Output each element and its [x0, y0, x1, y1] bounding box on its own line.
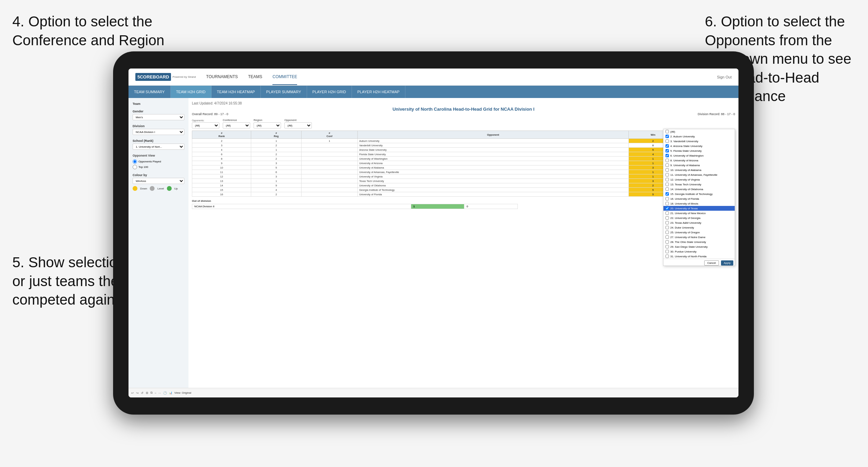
dropdown-item[interactable]: 28. The Ohio State University — [663, 239, 735, 244]
radio-opponents-played-label: Opponents Played — [138, 160, 161, 163]
dropdown-checkbox[interactable] — [665, 240, 669, 244]
dropdown-item[interactable]: 14. University of Oklahoma — [663, 187, 735, 192]
cell-opponent: University of Arizona — [358, 161, 628, 165]
subnav-team-h2h-heatmap[interactable]: TEAM H2H HEATMAP — [211, 86, 261, 98]
cancel-button[interactable]: Cancel — [704, 260, 719, 266]
dropdown-item[interactable]: 20. University of Texas — [663, 206, 735, 211]
toolbar-copy[interactable]: ⧉ — [150, 391, 152, 395]
dropdown-item[interactable]: 23. Texas A&M University — [663, 220, 735, 225]
toolbar-redo[interactable]: ↪ — [136, 391, 139, 395]
dropdown-checkbox[interactable] — [665, 211, 669, 215]
radio-top-100[interactable]: Top 100 — [133, 165, 184, 169]
dropdown-checkbox[interactable] — [665, 163, 669, 167]
division-select[interactable]: NCAA Division I — [133, 129, 184, 135]
toolbar-dots[interactable]: ··· — [158, 391, 161, 395]
dropdown-checkbox[interactable] — [665, 221, 669, 224]
radio-top-100-input[interactable] — [133, 165, 137, 169]
dropdown-item-label: 3. Vanderbilt University — [670, 140, 698, 143]
dropdown-item[interactable]: 2. Auburn University — [663, 134, 735, 139]
opponent-dropdown-panel[interactable]: (All)2. Auburn University3. Vanderbilt U… — [663, 129, 735, 266]
subnav-player-summary[interactable]: PLAYER SUMMARY — [261, 86, 307, 98]
dropdown-checkbox[interactable] — [665, 231, 669, 234]
dropdown-item[interactable]: 18. University of Illinois — [663, 201, 735, 206]
dropdown-checkbox[interactable] — [665, 135, 669, 138]
colour-by-select[interactable]: Win/loss — [133, 178, 184, 184]
dropdown-checkbox[interactable] — [665, 235, 669, 239]
dropdown-item-label: 9. University of Alabama — [670, 164, 700, 167]
dropdown-checkbox[interactable] — [665, 159, 669, 162]
th-rank: #Rank — [192, 131, 251, 139]
school-select[interactable]: 1. University of Nort... — [133, 144, 184, 150]
dropdown-item[interactable]: 15. Georgia Institute of Technology — [663, 192, 735, 196]
dropdown-item[interactable]: 29. San Diego State University — [663, 244, 735, 249]
dropdown-item[interactable]: 6. University of Washington — [663, 153, 735, 158]
dropdown-checkbox[interactable] — [665, 202, 669, 205]
nav-tournaments[interactable]: TOURNAMENTS — [206, 69, 238, 85]
dropdown-item[interactable]: 4. Arizona State University — [663, 144, 735, 148]
cell-reg: 9 — [251, 183, 301, 188]
dropdown-checkbox[interactable] — [665, 197, 669, 200]
table-row: 12 3 University of Virginia 1 0 — [192, 174, 735, 179]
gender-select[interactable]: Men's — [133, 114, 184, 120]
conference-filter-select[interactable]: (All) — [223, 122, 250, 128]
dropdown-item[interactable]: 5. Florida State University — [663, 148, 735, 153]
toolbar-clock[interactable]: 🕐 — [163, 391, 167, 395]
dropdown-checkbox[interactable] — [665, 130, 669, 133]
radio-opponents-played[interactable]: Opponents Played — [133, 159, 184, 164]
dropdown-checkbox[interactable] — [665, 187, 669, 191]
dropdown-checkbox[interactable] — [665, 245, 669, 248]
dropdown-checkbox[interactable] — [665, 178, 669, 181]
dropdown-checkbox[interactable] — [665, 154, 669, 157]
th-reg: #Reg — [251, 131, 301, 139]
dropdown-item[interactable]: 25. University of Oregon — [663, 230, 735, 235]
table-row: 10 5 University of Alabama 3 0 — [192, 165, 735, 170]
nav-teams[interactable]: TEAMS — [248, 69, 262, 85]
dropdown-item[interactable]: 31. University of North Florida — [663, 254, 735, 259]
toolbar-undo[interactable]: ↩ — [131, 391, 134, 395]
cell-conf — [301, 170, 358, 174]
cell-reg: 1 — [251, 139, 301, 143]
dropdown-item[interactable]: 9. University of Alabama — [663, 163, 735, 168]
dropdown-checkbox[interactable] — [665, 207, 669, 210]
dropdown-checkbox[interactable] — [665, 226, 669, 229]
nav-committee[interactable]: COMMITTEE — [272, 69, 297, 85]
subnav-player-h2h-grid[interactable]: PLAYER H2H GRID — [307, 86, 352, 98]
dropdown-item[interactable]: 11. University of Arkansas, Fayetteville — [663, 172, 735, 177]
apply-button[interactable]: Apply — [721, 260, 733, 266]
dropdown-checkbox[interactable] — [665, 173, 669, 176]
dropdown-checkbox[interactable] — [665, 192, 669, 196]
subnav-team-h2h-grid[interactable]: TEAM H2H GRID — [171, 86, 211, 98]
dropdown-checkbox[interactable] — [665, 255, 669, 258]
dropdown-item[interactable]: 21. University of New Mexico — [663, 211, 735, 216]
dropdown-checkbox[interactable] — [665, 168, 669, 172]
dropdown-item[interactable]: 16. University of Florida — [663, 196, 735, 201]
dropdown-item[interactable]: 3. Vanderbilt University — [663, 139, 735, 144]
dropdown-item[interactable]: 24. Duke University — [663, 225, 735, 230]
dropdown-item[interactable]: 10. University of Alabama — [663, 168, 735, 172]
dropdown-checkbox[interactable] — [665, 183, 669, 186]
dropdown-item[interactable]: (All) — [663, 129, 735, 134]
dropdown-item[interactable]: 13. Texas Tech University — [663, 182, 735, 187]
radio-opponents-played-input[interactable] — [133, 159, 137, 164]
dropdown-checkbox[interactable] — [665, 216, 669, 220]
dropdown-item[interactable]: 30. Purdue University — [663, 249, 735, 254]
dropdown-checkbox[interactable] — [665, 250, 669, 253]
toolbar-settings[interactable]: ⚙ — [146, 391, 148, 395]
region-filter-select[interactable]: (All) — [254, 122, 281, 128]
dropdown-item[interactable]: 27. University of Notre Dame — [663, 235, 735, 239]
dropdown-item[interactable]: 12. University of Virginia — [663, 177, 735, 182]
dropdown-checkbox[interactable] — [665, 149, 669, 152]
toolbar-minus[interactable]: − — [155, 391, 156, 395]
subnav-team-summary[interactable]: TEAM SUMMARY — [129, 86, 171, 98]
opponents-filter-select[interactable]: (All) — [192, 122, 219, 128]
dropdown-checkbox[interactable] — [665, 144, 669, 148]
subnav-player-h2h-heatmap[interactable]: PLAYER H2H HEATMAP — [352, 86, 405, 98]
toolbar-refresh[interactable]: ↺ — [141, 391, 144, 395]
dropdown-item[interactable]: 22. University of Georgia — [663, 216, 735, 220]
toolbar-view-text[interactable]: View: Original — [174, 391, 191, 394]
cell-rank: 3 — [192, 143, 251, 148]
nav-sign-out[interactable]: Sign Out — [717, 75, 732, 79]
dropdown-checkbox[interactable] — [665, 139, 669, 143]
dropdown-item[interactable]: 8. University of Arizona — [663, 158, 735, 163]
opponent-filter-select[interactable]: (All) — [284, 122, 312, 128]
